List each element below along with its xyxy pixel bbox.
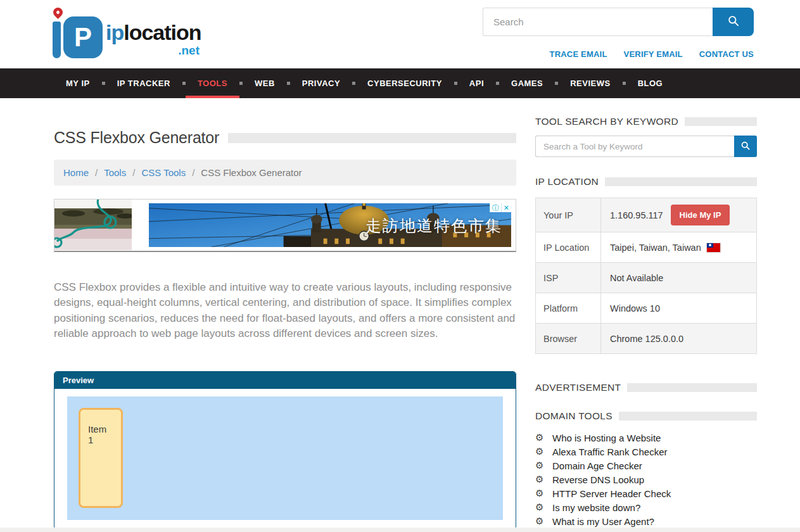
page: P iplocation .net TRACE EMAIL (0, 0, 800, 532)
tool-search-input[interactable] (535, 136, 734, 157)
logo-monogram: P (74, 22, 92, 53)
ip-location-table: Your IP 1.160.95.117 Hide My IP IP Locat… (535, 198, 757, 354)
ad-banner[interactable]: 走訪地道特色市集 ⓘ ✕ (54, 199, 516, 252)
gear-icon: ⚙ (535, 460, 552, 471)
gear-icon: ⚙ (535, 432, 552, 443)
flex-preview-container: Item 1 (67, 396, 503, 520)
ad-info-icon[interactable]: ⓘ (490, 203, 501, 212)
search-input[interactable] (483, 8, 713, 36)
title-row: CSS Flexbox Generator (54, 129, 516, 147)
tool-link[interactable]: Domain Age Checker (552, 460, 642, 471)
tool-link[interactable]: HTTP Server Header Check (552, 488, 671, 499)
nav-item-ip-tracker[interactable]: IP TRACKER (105, 68, 182, 98)
nav-item-tools[interactable]: TOOLS (186, 68, 239, 98)
main-nav: MY IP IP TRACKER TOOLS WEB PRIVACY CYBER… (0, 68, 800, 98)
row-value: Not Available (601, 263, 756, 293)
ad-left-image[interactable] (54, 200, 132, 250)
search-icon (727, 15, 740, 29)
logo-mark-icon: P (48, 5, 105, 63)
tool-link[interactable]: Alexa Traffic Rank Checker (552, 446, 667, 457)
table-row: IP Location Taipei, Taiwan, Taiwan (536, 232, 756, 263)
table-row: Your IP 1.160.95.117 Hide My IP (536, 198, 756, 232)
logo-i-glyph (53, 22, 61, 58)
preview-panel: Preview Item 1 (54, 371, 516, 529)
nav-item-reviews[interactable]: REVIEWS (558, 68, 622, 98)
header-decoration-bar (627, 383, 757, 392)
preview-panel-header: Preview (54, 372, 516, 389)
list-item[interactable]: ⚙ Domain Age Checker (535, 459, 757, 472)
hide-my-ip-button[interactable]: Hide My IP (671, 205, 730, 225)
list-item[interactable]: ⚙ Reverse DNS Lookup (535, 472, 757, 486)
tool-search-box (535, 136, 757, 157)
gear-icon: ⚙ (535, 446, 552, 457)
tool-search-header: TOOL SEARCH BY KEYWORD (535, 116, 757, 127)
ad-close-icon[interactable]: ✕ (501, 203, 511, 212)
gear-icon: ⚙ (535, 502, 552, 513)
header-decoration-bar (685, 117, 757, 126)
tool-search-title: TOOL SEARCH BY KEYWORD (535, 116, 678, 127)
domain-tools-list: ⚙ Who is Hosting a Website ⚙ Alexa Traff… (535, 431, 757, 528)
breadcrumb-css-tools[interactable]: CSS Tools (141, 167, 186, 178)
ad-choice-icons: ⓘ ✕ (490, 203, 511, 212)
ip-location-value: Taipei, Taiwan, Taiwan (610, 243, 701, 253)
list-item[interactable]: ⚙ What is my User Agent? (535, 514, 757, 528)
row-value: 1.160.95.117 Hide My IP (601, 198, 756, 232)
tool-link[interactable]: Who is Hosting a Website (552, 433, 661, 443)
row-value: Chrome 125.0.0.0 (601, 324, 756, 353)
nav-item-web[interactable]: WEB (243, 68, 287, 98)
header-search (483, 8, 754, 36)
ad-right-image[interactable]: 走訪地道特色市集 ⓘ ✕ (149, 203, 511, 247)
ip-address-value: 1.160.95.117 (610, 210, 663, 220)
verify-email-link[interactable]: VERIFY EMAIL (624, 49, 683, 59)
tool-link[interactable]: What is my User Agent? (552, 516, 654, 527)
trace-email-link[interactable]: TRACE EMAIL (550, 49, 607, 59)
domain-tools-title: DOMAIN TOOLS (535, 410, 613, 422)
main-column: CSS Flexbox Generator Home / Tools / CSS… (54, 98, 516, 529)
nav-item-privacy[interactable]: PRIVACY (290, 68, 352, 98)
nav-item-cybersecurity[interactable]: CYBERSECURITY (355, 68, 454, 98)
domain-tools-header: DOMAIN TOOLS (535, 410, 757, 422)
list-item[interactable]: ⚙ Is my website down? (535, 500, 757, 514)
row-label: Platform (536, 293, 601, 323)
gear-icon: ⚙ (535, 488, 552, 499)
breadcrumb-current: CSS Flexbox Generator (201, 167, 302, 178)
contact-us-link[interactable]: CONTACT US (699, 49, 754, 59)
row-label: Your IP (536, 198, 601, 232)
ip-location-header: IP LOCATION (535, 176, 757, 187)
page-title: CSS Flexbox Generator (54, 129, 219, 147)
breadcrumb-home[interactable]: Home (63, 167, 89, 178)
list-item[interactable]: ⚙ Who is Hosting a Website (535, 431, 757, 445)
list-item[interactable]: ⚙ Alexa Traffic Rank Checker (535, 445, 757, 459)
nav-item-my-ip[interactable]: MY IP (54, 68, 102, 98)
header-decoration-bar (619, 412, 757, 421)
nav-item-games[interactable]: GAMES (499, 68, 555, 98)
row-label: IP Location (536, 232, 601, 262)
breadcrumb: Home / Tools / CSS Tools / CSS Flexbox G… (54, 160, 516, 186)
location-pin-icon (51, 6, 65, 19)
logo-text: iplocation .net (106, 20, 200, 58)
table-row: Browser Chrome 125.0.0.0 (536, 324, 756, 354)
taiwan-flag-icon (707, 243, 720, 252)
tool-description: CSS Flexbox provides a flexible and intu… (54, 280, 516, 341)
logo-word-ip: ip (106, 20, 124, 44)
row-value: Windows 10 (601, 293, 756, 323)
breadcrumb-separator: / (132, 167, 135, 178)
table-row: ISP Not Available (536, 263, 756, 293)
breadcrumb-separator: / (192, 167, 194, 178)
preview-panel-body: Item 1 (54, 389, 516, 528)
nav-item-blog[interactable]: BLOG (626, 68, 675, 98)
ip-location-title: IP LOCATION (535, 176, 599, 187)
nav-item-api[interactable]: API (457, 68, 496, 98)
advertisement-header: ADVERTISEMENT (535, 382, 757, 393)
search-button[interactable] (713, 8, 754, 36)
row-value: Taipei, Taiwan, Taiwan (601, 232, 756, 262)
row-label: ISP (536, 263, 601, 293)
list-item[interactable]: ⚙ HTTP Server Header Check (535, 486, 757, 500)
site-logo[interactable]: P iplocation .net (48, 5, 200, 63)
sidebar: TOOL SEARCH BY KEYWORD IP LOCATION Your … (535, 98, 757, 528)
tool-search-button[interactable] (734, 136, 757, 157)
tool-link[interactable]: Is my website down? (552, 502, 640, 513)
breadcrumb-tools[interactable]: Tools (104, 167, 126, 178)
flex-preview-item[interactable]: Item 1 (79, 408, 123, 508)
tool-link[interactable]: Reverse DNS Lookup (552, 474, 644, 485)
